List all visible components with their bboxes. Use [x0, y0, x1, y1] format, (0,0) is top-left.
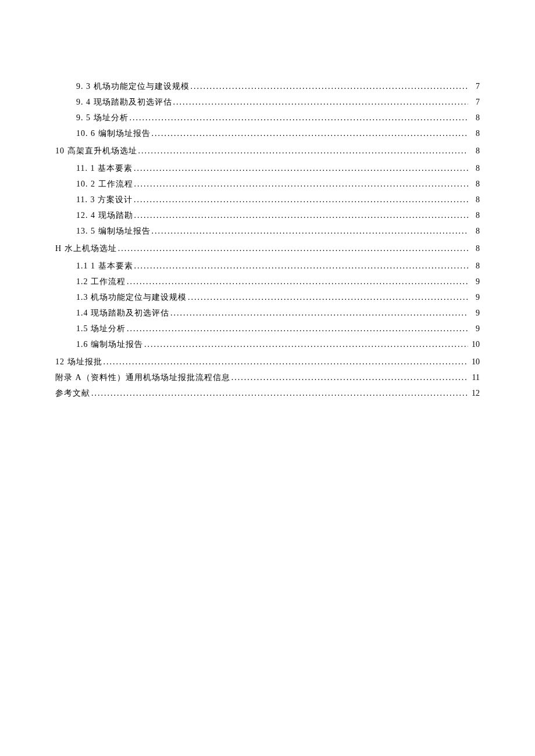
toc-leader-dots [126, 324, 468, 334]
toc-leader-dots [151, 129, 469, 138]
toc-entry: 9. 5 场址分析8 [55, 113, 480, 123]
toc-entry-label: 1.5 场址分析 [76, 324, 126, 334]
toc-entry-label: 11. 3 方案设计 [76, 195, 133, 205]
toc-leader-dots [190, 82, 469, 91]
toc-entry-page: 8 [468, 244, 480, 253]
toc-entry: 1.5 场址分析9 [55, 324, 480, 334]
toc-entry-page: 7 [468, 98, 480, 107]
toc-entry: 11. 1 基本要素8 [55, 163, 480, 174]
toc-entry-label: 1.4 现场踏勘及初选评估 [76, 308, 169, 318]
toc-entry-label: 9. 5 场址分析 [76, 113, 129, 123]
toc-entry-page: 12 [468, 389, 480, 398]
toc-entry-label: 10 高架直升机场选址 [55, 146, 137, 156]
toc-leader-dots [102, 357, 469, 367]
toc-entry-page: 9 [468, 277, 480, 286]
toc-entry-label: 附录 A（资料性）通用机场场址报批流程信息 [55, 372, 230, 383]
toc-leader-dots [129, 113, 469, 123]
toc-entry-page: 10 [468, 340, 480, 349]
toc-leader-dots [133, 261, 469, 271]
table-of-contents: 9. 3 机场功能定位与建设规模79. 4 现场踏勘及初选评估79. 5 场址分… [55, 81, 480, 399]
toc-entry-label: 10. 2 工作流程 [76, 179, 133, 189]
toc-entry: 11. 3 方案设计8 [55, 195, 480, 205]
toc-entry-page: 8 [468, 195, 480, 205]
toc-entry-page: 8 [468, 146, 480, 156]
toc-leader-dots [169, 309, 468, 318]
toc-leader-dots [133, 195, 468, 205]
toc-leader-dots [172, 98, 469, 107]
toc-entry-page: 8 [468, 211, 480, 220]
toc-leader-dots [90, 389, 468, 398]
toc-leader-dots [133, 164, 468, 173]
toc-entry-page: 9 [468, 293, 480, 302]
toc-entry-label: 11. 1 基本要素 [76, 163, 133, 174]
toc-leader-dots [117, 244, 468, 253]
toc-entry: 12 场址报批10 [55, 357, 480, 367]
toc-entry-page: 8 [468, 227, 480, 236]
toc-entry: 9. 3 机场功能定位与建设规模7 [55, 81, 480, 92]
toc-leader-dots [143, 340, 468, 349]
toc-entry: 1.3 机场功能定位与建设规模9 [55, 292, 480, 303]
toc-leader-dots [151, 227, 469, 236]
toc-leader-dots [137, 146, 469, 156]
toc-entry: 12. 4 现场踏勘8 [55, 210, 480, 221]
toc-entry-label: 1.3 机场功能定位与建设规模 [76, 292, 187, 303]
toc-entry-label: H 水上机场选址 [55, 243, 117, 254]
toc-entry: 1.6 编制场址报告10 [55, 339, 480, 350]
toc-entry: 1.4 现场踏勘及初选评估9 [55, 308, 480, 318]
toc-entry-label: 9. 3 机场功能定位与建设规模 [76, 81, 190, 92]
toc-entry-label: 1.1 1 基本要素 [76, 261, 133, 271]
toc-entry-page: 11 [468, 373, 480, 382]
toc-entry-page: 8 [468, 261, 480, 271]
toc-entry: 10. 6 编制场址报告8 [55, 128, 480, 139]
toc-entry: H 水上机场选址8 [55, 243, 480, 254]
toc-leader-dots [126, 277, 468, 286]
toc-leader-dots [133, 180, 469, 189]
toc-entry: 10. 2 工作流程8 [55, 179, 480, 189]
toc-entry-label: 12. 4 现场踏勘 [76, 210, 133, 221]
toc-entry-label: 1.6 编制场址报告 [76, 339, 143, 350]
toc-entry: 附录 A（资料性）通用机场场址报批流程信息11 [55, 372, 480, 383]
toc-entry-page: 9 [468, 324, 480, 334]
toc-entry-page: 8 [468, 180, 480, 189]
toc-entry: 13. 5 编制场址报告8 [55, 226, 480, 237]
toc-entry: 参考文献12 [55, 388, 480, 399]
toc-entry-page: 10 [468, 357, 480, 367]
toc-entry-page: 8 [468, 129, 480, 138]
toc-entry-page: 7 [468, 82, 480, 91]
toc-entry-page: 9 [468, 309, 480, 318]
toc-entry-page: 8 [468, 113, 480, 123]
toc-entry: 10 高架直升机场选址8 [55, 146, 480, 156]
toc-entry-label: 13. 5 编制场址报告 [76, 226, 151, 237]
toc-leader-dots [230, 373, 468, 382]
toc-leader-dots [133, 211, 469, 220]
toc-entry-label: 参考文献 [55, 388, 90, 399]
toc-entry-label: 12 场址报批 [55, 357, 102, 367]
toc-entry-label: 1.2 工作流程 [76, 277, 126, 287]
toc-entry-page: 8 [468, 164, 480, 173]
toc-entry: 1.1 1 基本要素8 [55, 261, 480, 271]
toc-leader-dots [187, 293, 468, 302]
toc-entry-label: 9. 4 现场踏勘及初选评估 [76, 97, 172, 108]
toc-entry: 9. 4 现场踏勘及初选评估7 [55, 97, 480, 108]
toc-entry-label: 10. 6 编制场址报告 [76, 128, 151, 139]
toc-entry: 1.2 工作流程9 [55, 277, 480, 287]
